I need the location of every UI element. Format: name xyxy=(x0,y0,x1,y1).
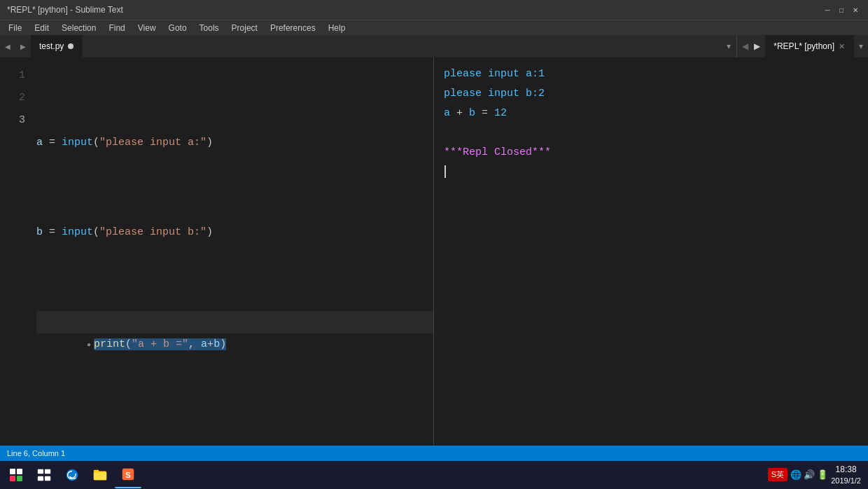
line-number-3: 3 xyxy=(6,109,25,132)
clock-time: 18:38 xyxy=(831,464,861,476)
status-left: Line 6, Column 1 xyxy=(7,449,65,457)
file-explorer-icon xyxy=(92,467,108,483)
repl-output-line-2: please input b:2 xyxy=(444,84,858,104)
svg-rect-6 xyxy=(94,472,106,480)
start-button[interactable] xyxy=(3,462,29,488)
close-button[interactable]: ✕ xyxy=(850,4,861,15)
ime-button[interactable]: S英 xyxy=(768,468,788,481)
volume-icon[interactable]: 🔊 xyxy=(804,469,815,480)
line-number-2: 2 xyxy=(6,87,25,109)
repl-output-line-3: a + b = 12 xyxy=(444,104,858,123)
system-tray: S英 🌐 🔊 🔋 18:38 2019/1/2 xyxy=(764,464,865,485)
task-view-icon xyxy=(36,467,52,483)
system-clock[interactable]: 18:38 2019/1/2 xyxy=(831,464,861,485)
repl-closed-line: ***Repl Closed*** xyxy=(444,143,858,163)
sublime-text-icon: S xyxy=(120,467,136,482)
repl-nav-buttons: ◀ ▶ xyxy=(737,35,765,57)
repl-nav-prev[interactable]: ◀ xyxy=(740,40,750,53)
tab-dropdown-button[interactable]: ▾ xyxy=(721,35,736,57)
code-line-1: a = input("please input a:") xyxy=(36,132,433,154)
tab-bar: ◀ ▶ test.py ▾ ◀ ▶ *REPL* [python] ✕ ▾ xyxy=(0,35,868,57)
repl-tab[interactable]: *REPL* [python] ✕ xyxy=(765,35,854,57)
svg-rect-1 xyxy=(45,469,50,474)
repl-option-btn[interactable]: ▾ xyxy=(857,40,865,53)
network-icon[interactable]: 🌐 xyxy=(790,469,802,480)
windows-logo xyxy=(10,469,22,481)
code-area[interactable]: a = input("please input a:") b = input("… xyxy=(28,57,433,446)
file-explorer-button[interactable] xyxy=(87,462,113,488)
edge-button[interactable] xyxy=(59,462,85,488)
menu-project[interactable]: Project xyxy=(226,22,263,34)
clock-date: 2019/1/2 xyxy=(831,476,861,485)
cursor-position: Line 6, Column 1 xyxy=(7,449,65,457)
taskbar: S S英 🌐 🔊 🔋 18:38 2019/1/2 xyxy=(0,461,868,489)
minimize-button[interactable]: ─ xyxy=(822,4,833,15)
battery-icon[interactable]: 🔋 xyxy=(817,469,828,480)
tray-icons: 🌐 🔊 🔋 xyxy=(790,469,828,480)
line-numbers: 1 2 3 xyxy=(0,57,28,446)
svg-rect-0 xyxy=(38,469,43,474)
menu-selection[interactable]: Selection xyxy=(56,22,102,34)
main-content: 1 2 3 a = input("please input a:") b = i… xyxy=(0,57,868,446)
tab-nav-next[interactable]: ▶ xyxy=(15,35,31,57)
repl-options: ▾ xyxy=(854,35,868,57)
svg-rect-3 xyxy=(45,476,50,481)
editor-pane[interactable]: 1 2 3 a = input("please input a:") b = i… xyxy=(0,57,434,446)
svg-rect-7 xyxy=(94,470,99,473)
app-title: *REPL* [python] - Sublime Text xyxy=(7,5,123,15)
repl-cursor-indicator xyxy=(444,165,446,178)
line-number-1: 1 xyxy=(6,64,25,87)
tab-nav-prev[interactable]: ◀ xyxy=(0,35,15,57)
menu-view[interactable]: View xyxy=(132,22,162,34)
svg-rect-2 xyxy=(38,476,43,481)
repl-output-line-1: please input a:1 xyxy=(444,64,858,84)
code-line-2: b = input("please input b:") xyxy=(36,221,433,244)
repl-cursor-line xyxy=(444,163,858,182)
svg-text:S: S xyxy=(125,471,130,479)
repl-nav-next[interactable]: ▶ xyxy=(752,40,762,53)
menu-bar: File Edit Selection Find View Goto Tools… xyxy=(0,20,868,35)
menu-help[interactable]: Help xyxy=(323,22,351,34)
menu-preferences[interactable]: Preferences xyxy=(265,22,321,34)
repl-pane[interactable]: please input a:1 please input b:2 a + b … xyxy=(434,57,868,446)
repl-tab-group: ◀ ▶ *REPL* [python] ✕ ▾ xyxy=(736,35,868,57)
modified-indicator xyxy=(68,43,74,49)
editor-tab-group: test.py xyxy=(31,35,721,57)
window-controls[interactable]: ─ □ ✕ xyxy=(822,4,861,15)
code-line-3: ●print("a + b =", a+b) xyxy=(36,311,433,333)
menu-file[interactable]: File xyxy=(3,22,27,34)
ime-lang: 英 xyxy=(776,470,784,478)
repl-tab-filename: *REPL* [python] xyxy=(774,41,834,51)
edge-icon xyxy=(64,467,80,483)
editor-tab-filename: test.py xyxy=(39,41,64,51)
menu-tools[interactable]: Tools xyxy=(194,22,225,34)
repl-output-spacer xyxy=(444,123,858,143)
task-view-button[interactable] xyxy=(31,462,57,488)
status-bar: Line 6, Column 1 xyxy=(0,446,868,461)
menu-find[interactable]: Find xyxy=(103,22,130,34)
repl-tab-close[interactable]: ✕ xyxy=(839,42,845,51)
editor-tab-testpy[interactable]: test.py xyxy=(31,35,83,57)
maximize-button[interactable]: □ xyxy=(836,4,847,15)
menu-edit[interactable]: Edit xyxy=(29,22,55,34)
menu-goto[interactable]: Goto xyxy=(163,22,192,34)
sublime-text-button[interactable]: S xyxy=(115,462,141,488)
title-bar: *REPL* [python] - Sublime Text ─ □ ✕ xyxy=(0,0,868,20)
